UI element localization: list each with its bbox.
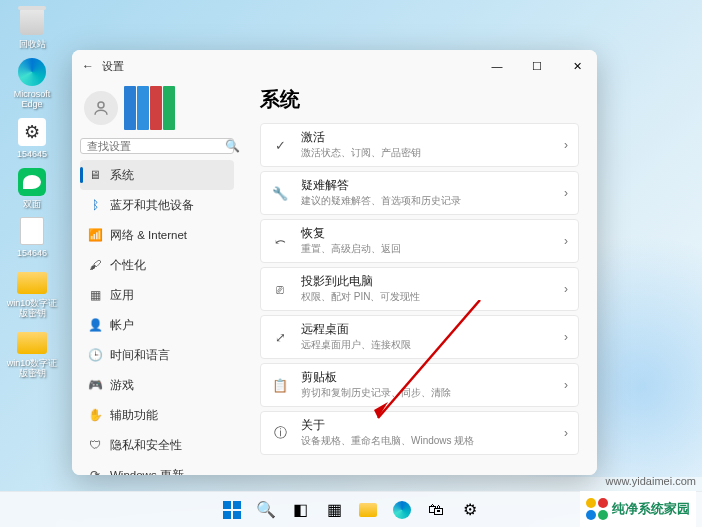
page-heading: 系统 <box>260 86 579 113</box>
shield-icon: 🛡 <box>88 438 102 452</box>
card-title: 激活 <box>301 130 564 145</box>
card-about[interactable]: ⓘ关于设备规格、重命名电脑、Windows 规格› <box>260 411 579 455</box>
card-activation[interactable]: ✓激活激活状态、订阅、产品密钥› <box>260 123 579 167</box>
desktop-icon-settings-shortcut[interactable]: ⚙154645 <box>4 116 60 160</box>
chevron-right-icon: › <box>564 282 568 296</box>
desktop-icon-folder-1[interactable]: win10数字证版密钥 <box>4 265 60 319</box>
sidebar-item-label: 系统 <box>110 168 134 183</box>
clock-icon: 🕒 <box>88 348 102 362</box>
project-icon: ⎚ <box>271 280 289 298</box>
desktop-icon-wechat[interactable]: 双面 <box>4 166 60 210</box>
card-subtitle: 激活状态、订阅、产品密钥 <box>301 146 564 160</box>
wrench-icon: 🔧 <box>271 184 289 202</box>
svg-rect-6 <box>233 511 241 519</box>
sidebar-item-label: 蓝牙和其他设备 <box>110 198 194 213</box>
desktop-icons: 回收站 Microsoft Edge ⚙154645 双面 154646 win… <box>4 6 60 379</box>
back-button[interactable]: ← <box>82 59 102 73</box>
search-icon: 🔍 <box>225 139 240 153</box>
close-button[interactable]: ✕ <box>557 50 597 82</box>
settings-taskbar-icon[interactable]: ⚙ <box>455 495 485 525</box>
card-troubleshoot[interactable]: 🔧疑难解答建议的疑难解答、首选项和历史记录› <box>260 171 579 215</box>
explorer-icon[interactable] <box>353 495 383 525</box>
sidebar-item-label: 辅助功能 <box>110 408 158 423</box>
card-subtitle: 设备规格、重命名电脑、Windows 规格 <box>301 434 564 448</box>
brand-logo: 纯净系统家园 <box>580 491 696 527</box>
chevron-right-icon: › <box>564 234 568 248</box>
sidebar-item-label: 游戏 <box>110 378 134 393</box>
sidebar-item-apps[interactable]: ▦应用 <box>80 280 234 310</box>
sidebar-item-accounts[interactable]: 👤帐户 <box>80 310 234 340</box>
recovery-icon: ⤺ <box>271 232 289 250</box>
settings-window: ← 设置 — ☐ ✕ 🔍 🖥系统 ᛒ蓝牙和其他设备 📶网络 & Internet… <box>72 50 597 475</box>
card-subtitle: 重置、高级启动、返回 <box>301 242 564 256</box>
svg-point-0 <box>98 102 104 108</box>
search-input[interactable] <box>87 140 225 152</box>
desktop-icon-textfile[interactable]: 154646 <box>4 215 60 259</box>
sidebar-item-label: 应用 <box>110 288 134 303</box>
card-title: 疑难解答 <box>301 178 564 193</box>
card-remote-desktop[interactable]: ⤢远程桌面远程桌面用户、连接权限› <box>260 315 579 359</box>
wifi-icon: 📶 <box>88 228 102 242</box>
brand-text: 纯净系统家园 <box>612 500 690 518</box>
widgets-icon[interactable]: ▦ <box>319 495 349 525</box>
gamepad-icon: 🎮 <box>88 378 102 392</box>
avatar <box>84 91 118 125</box>
card-title: 远程桌面 <box>301 322 564 337</box>
maximize-button[interactable]: ☐ <box>517 50 557 82</box>
brand-dots-icon <box>586 498 608 520</box>
brush-icon: 🖌 <box>88 258 102 272</box>
chevron-right-icon: › <box>564 138 568 152</box>
sidebar-item-label: Windows 更新 <box>110 468 184 476</box>
books-image <box>124 86 180 130</box>
user-block[interactable] <box>80 82 234 138</box>
update-icon: ⟳ <box>88 468 102 475</box>
task-view-icon[interactable]: ◧ <box>285 495 315 525</box>
sidebar-item-personalization[interactable]: 🖌个性化 <box>80 250 234 280</box>
content: 系统 ✓激活激活状态、订阅、产品密钥› 🔧疑难解答建议的疑难解答、首选项和历史记… <box>242 82 597 475</box>
card-title: 恢复 <box>301 226 564 241</box>
remote-icon: ⤢ <box>271 328 289 346</box>
nav-list: 🖥系统 ᛒ蓝牙和其他设备 📶网络 & Internet 🖌个性化 ▦应用 👤帐户… <box>80 160 234 475</box>
clipboard-icon: 📋 <box>271 376 289 394</box>
store-icon[interactable]: 🛍 <box>421 495 451 525</box>
card-projecting[interactable]: ⎚投影到此电脑权限、配对 PIN、可发现性› <box>260 267 579 311</box>
card-clipboard[interactable]: 📋剪贴板剪切和复制历史记录、同步、清除› <box>260 363 579 407</box>
chevron-right-icon: › <box>564 426 568 440</box>
sidebar-item-accessibility[interactable]: ✋辅助功能 <box>80 400 234 430</box>
sidebar-item-privacy[interactable]: 🛡隐私和安全性 <box>80 430 234 460</box>
bluetooth-icon: ᛒ <box>88 198 102 212</box>
card-recovery[interactable]: ⤺恢复重置、高级启动、返回› <box>260 219 579 263</box>
edge-taskbar-icon[interactable] <box>387 495 417 525</box>
sidebar-item-bluetooth[interactable]: ᛒ蓝牙和其他设备 <box>80 190 234 220</box>
sidebar-item-label: 隐私和安全性 <box>110 438 182 453</box>
card-title: 剪贴板 <box>301 370 564 385</box>
sidebar-item-label: 帐户 <box>110 318 134 333</box>
window-title: 设置 <box>102 59 124 74</box>
sidebar-item-gaming[interactable]: 🎮游戏 <box>80 370 234 400</box>
watermark: www.yidaimei.com <box>606 475 696 487</box>
sidebar-item-label: 个性化 <box>110 258 146 273</box>
desktop-icon-recycle-bin[interactable]: 回收站 <box>4 6 60 50</box>
accessibility-icon: ✋ <box>88 408 102 422</box>
taskbar-search-icon[interactable]: 🔍 <box>251 495 281 525</box>
chevron-right-icon: › <box>564 186 568 200</box>
desktop-icon-folder-2[interactable]: win10数字证版密钥 <box>4 325 60 379</box>
card-subtitle: 权限、配对 PIN、可发现性 <box>301 290 564 304</box>
card-title: 关于 <box>301 418 564 433</box>
sidebar-item-update[interactable]: ⟳Windows 更新 <box>80 460 234 475</box>
svg-rect-3 <box>223 501 231 509</box>
start-button[interactable] <box>217 495 247 525</box>
svg-rect-5 <box>223 511 231 519</box>
search-box[interactable]: 🔍 <box>80 138 234 154</box>
chevron-right-icon: › <box>564 330 568 344</box>
sidebar-item-system[interactable]: 🖥系统 <box>80 160 234 190</box>
user-icon: 👤 <box>88 318 102 332</box>
card-title: 投影到此电脑 <box>301 274 564 289</box>
sidebar-item-time-language[interactable]: 🕒时间和语言 <box>80 340 234 370</box>
title-bar: ← 设置 — ☐ ✕ <box>72 50 597 82</box>
chevron-right-icon: › <box>564 378 568 392</box>
desktop-icon-edge[interactable]: Microsoft Edge <box>4 56 60 110</box>
sidebar-item-network[interactable]: 📶网络 & Internet <box>80 220 234 250</box>
svg-rect-4 <box>233 501 241 509</box>
minimize-button[interactable]: — <box>477 50 517 82</box>
